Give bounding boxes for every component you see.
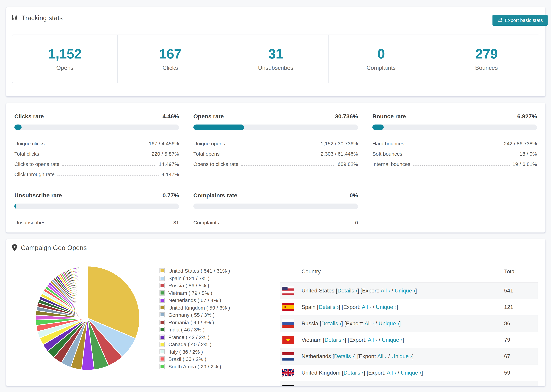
legend-item: Romania ( 49 / 3% ) [160, 319, 230, 326]
export-unique-link[interactable]: Unique › [401, 370, 422, 376]
rate-detail-value: 689.82% [338, 161, 358, 167]
country-column-header: Country [302, 268, 321, 275]
export-all-link[interactable]: All › [365, 321, 374, 326]
country-name: Spain [302, 304, 316, 310]
geo-table-header: Country Total [280, 261, 538, 283]
rate-value: 6.927% [517, 113, 537, 120]
legend-label: Romania ( 49 / 3% ) [168, 320, 214, 325]
stat-label: Complaints [367, 65, 396, 71]
details-link[interactable]: Details › [321, 321, 341, 326]
dotted-leader [405, 155, 517, 155]
legend-label: South Africa ( 29 / 2% ) [168, 364, 221, 369]
rate-detail-value: 167 / 4.456% [149, 140, 179, 147]
export-button-label: Export basic stats [505, 17, 543, 23]
rate-detail-value: 4.147% [162, 171, 179, 177]
es-flag-icon [282, 303, 294, 311]
country-name: United Kingdom [302, 370, 340, 376]
export-all-link[interactable]: All › [377, 353, 387, 359]
rate-section-unsubscribe-rate: Unsubscribe rate 0.77% Unsubscribes 31 [14, 192, 179, 225]
export-all-link[interactable]: All › [368, 337, 377, 343]
rate-section-bounce-rate: Bounce rate 6.927% Hard bounces 242 / 86… [372, 113, 537, 177]
export-unique-link[interactable]: Unique › [379, 321, 399, 326]
rate-title: Opens rate [193, 113, 224, 120]
legend-swatch [160, 335, 165, 340]
country-total: 67 [504, 353, 510, 359]
vn-flag-icon [282, 336, 294, 344]
rate-detail-value: 31 [173, 220, 179, 225]
details-link[interactable]: Details › [338, 288, 357, 294]
de-flag-icon [282, 385, 294, 386]
legend-swatch [160, 298, 165, 303]
total-column-header: Total [504, 268, 516, 275]
details-link[interactable]: Details › [343, 370, 363, 376]
country-name: Russia [302, 321, 318, 326]
rate-detail-row: Unique opens 1,152 / 30.736% [193, 136, 358, 147]
rate-detail-label: Unique clicks [14, 140, 45, 147]
legend-label: Canada ( 40 / 2% ) [168, 342, 212, 347]
stat-label: Opens [56, 65, 73, 71]
export-unique-link[interactable]: Unique › [391, 353, 412, 359]
gb-flag-icon [282, 369, 294, 377]
rate-detail-row: Internal bounces 19 / 6.81% [372, 157, 537, 167]
export-all-link[interactable]: All › [387, 370, 396, 376]
legend-swatch [160, 313, 165, 318]
geo-table-row-nl: Netherlands [Details ›] [Export: All › /… [280, 348, 538, 365]
dotted-leader [413, 165, 510, 166]
legend-swatch [160, 364, 165, 369]
legend-label: Brazil ( 33 / 2% ) [168, 356, 206, 362]
tracking-stats-title: Tracking stats [21, 14, 63, 22]
legend-swatch [160, 290, 165, 295]
legend-label: Germany ( 55 / 3% ) [168, 312, 215, 318]
country-total: 121 [504, 304, 513, 310]
tracking-stats-header: Tracking stats Export basic stats [6, 7, 545, 29]
rate-title: Unsubscribe rate [14, 192, 62, 199]
rate-progress-bar [193, 125, 358, 130]
stat-label: Bounces [475, 65, 498, 71]
rate-progress-bar [14, 203, 179, 209]
legend-label: Spain ( 121 / 7% ) [168, 275, 209, 281]
details-link[interactable]: Details › [334, 353, 354, 359]
pie-slice [87, 266, 88, 318]
legend-swatch [160, 276, 165, 281]
stat-value: 279 [475, 46, 498, 62]
dotted-leader [62, 165, 156, 166]
campaign-geo-opens-card: Campaign Geo Opens United States ( 541 /… [6, 239, 545, 386]
export-all-link[interactable]: All › [362, 304, 371, 310]
geo-table-row-gb: United Kingdom [Details ›] [Export: All … [280, 365, 538, 381]
export-unique-link[interactable]: Unique › [376, 304, 396, 310]
export-unique-link[interactable]: Unique › [382, 337, 403, 343]
rate-detail-value: 242 / 86.738% [504, 140, 537, 147]
rate-detail-label: Total clicks [14, 151, 39, 157]
rate-detail-label: Opens to clicks rate [193, 161, 238, 167]
stat-label: Clicks [162, 65, 178, 71]
geo-header: Campaign Geo Opens [6, 239, 545, 257]
country-total: 541 [504, 288, 513, 294]
legend-swatch [160, 349, 165, 354]
dotted-leader [47, 145, 146, 145]
geo-table-row-vn: Vietnam [Details ›] [Export: All › / Uni… [280, 332, 538, 348]
details-link[interactable]: Details › [325, 337, 345, 343]
dotted-leader [222, 155, 318, 155]
dotted-leader [42, 155, 149, 155]
details-link[interactable]: Details › [319, 304, 339, 310]
export-basic-stats-button[interactable]: Export basic stats [492, 15, 548, 26]
legend-label: Vietnam ( 79 / 5% ) [168, 290, 212, 296]
legend-swatch [160, 357, 165, 362]
dotted-leader [222, 224, 352, 224]
rate-detail-row: Unique clicks 167 / 4.456% [14, 136, 179, 147]
legend-item: Russia ( 86 / 5% ) [160, 282, 230, 289]
us-flag-icon [282, 287, 294, 295]
export-all-link[interactable]: All › [381, 288, 390, 294]
rate-detail-row: Opens to clicks rate 689.82% [193, 157, 358, 167]
rate-detail-label: Soft bounces [372, 151, 402, 157]
geo-table-row-us: United States [Details ›] [Export: All ›… [280, 283, 538, 299]
export-unique-link[interactable]: Unique › [395, 288, 415, 294]
rate-detail-value: 220 / 5.87% [152, 151, 179, 157]
rate-detail-value: 1,152 / 30.736% [320, 140, 358, 147]
legend-item: Netherlands ( 67 / 4% ) [160, 297, 230, 304]
rate-detail-label: Clicks to opens rate [14, 161, 59, 167]
rate-progress-bar [14, 125, 179, 130]
rate-progress-fill [14, 203, 16, 209]
stat-value: 31 [268, 46, 283, 62]
rate-detail-label: Total opens [193, 151, 219, 157]
